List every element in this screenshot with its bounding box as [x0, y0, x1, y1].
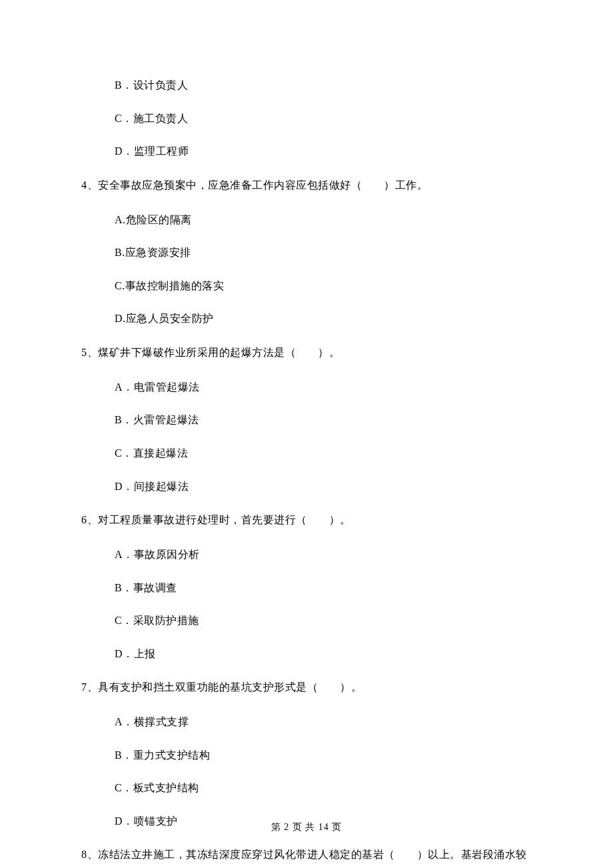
question-5-option-b: B．火雷管起爆法: [81, 411, 532, 429]
question-4-option-d: D.应急人员安全防护: [81, 310, 532, 327]
question-6-option-c: C．采取防护措施: [81, 612, 532, 629]
question-7-option-c: C．板式支护结构: [81, 779, 532, 797]
question-6-option-a: A．事故原因分析: [81, 546, 532, 563]
question-5-option-c: C．直接起爆法: [81, 445, 532, 462]
page-content: B．设计负责人 C．施工负责人 D．监理工程师 4、安全事故应急预案中，应急准备…: [0, 0, 613, 868]
prev-question-option: B．设计负责人: [81, 77, 532, 94]
question-5-stem: 5、煤矿井下爆破作业所采用的起爆方法是（ ）。: [81, 343, 532, 363]
question-5-option-a: A．电雷管起爆法: [81, 379, 532, 396]
question-7-stem: 7、具有支护和挡土双重功能的基坑支护形式是（ ）。: [81, 678, 532, 697]
question-4-option-b: B.应急资源安排: [81, 244, 532, 261]
question-5-option-d: D．间接起爆法: [81, 478, 532, 495]
question-8-stem: 8、冻结法立井施工，其冻结深度应穿过风化带进人稳定的基岩（ ）以上。基岩段涌水较…: [81, 845, 532, 868]
question-6-option-d: D．上报: [81, 645, 532, 663]
prev-question-option: D．监理工程师: [81, 143, 532, 160]
question-4-stem: 4、安全事故应急预案中，应急准备工作内容应包括做好（ ）工作。: [81, 176, 532, 195]
question-6-stem: 6、对工程质量事故进行处理时，首先要进行（ ）。: [81, 511, 532, 530]
question-4-option-a: A.危险区的隔离: [81, 211, 532, 229]
prev-question-option: C．施工负责人: [81, 110, 532, 127]
question-7-option-a: A．横撑式支撑: [81, 713, 532, 731]
question-6-option-b: B．事故调查: [81, 579, 532, 597]
question-7-option-b: B．重力式支护结构: [81, 747, 532, 764]
question-4-option-c: C.事故控制措施的落实: [81, 277, 532, 295]
page-footer: 第 2 页 共 14 页: [0, 821, 613, 833]
